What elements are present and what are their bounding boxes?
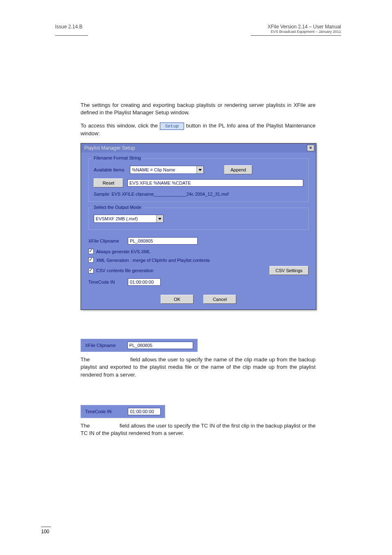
header-right-sub: EVS Broadcast Equipment – January 2011 (267, 30, 341, 34)
csv-settings-button[interactable]: CSV Settings (270, 266, 309, 275)
available-items-select[interactable]: %NAME = Clip Name (130, 166, 204, 174)
header-left: Issue 2.14.B (55, 24, 83, 30)
available-items-label: Available Items (94, 167, 126, 172)
sample-text: Sample: EVS XFILE clipname_____________2… (94, 192, 303, 197)
page-header: Issue 2.14.B XFile Version 2.14 – User M… (55, 24, 341, 34)
filename-format-legend: Filename Format String (92, 155, 143, 160)
xfile-clipname-input[interactable] (128, 237, 198, 245)
always-generate-evsxml-checkbox[interactable] (88, 249, 94, 254)
intro-p2a: To access this window, click the (81, 123, 160, 129)
timecode-in-panel: TimeCode IN (81, 405, 165, 418)
chevron-down-icon[interactable] (196, 166, 203, 173)
chevron-down-icon[interactable] (156, 215, 163, 222)
csv-contents-label: CSV contents file generation (96, 268, 153, 273)
output-mode-select[interactable]: EVSMXF 2MB (.mxf) (94, 215, 164, 223)
dialog-titlebar: Playlist Manager Setup × (81, 143, 316, 153)
close-icon[interactable]: × (307, 145, 314, 151)
xml-generation-merge-label: XML Generation : merge of ClipInfo and P… (96, 258, 210, 263)
append-button[interactable]: Append (224, 165, 252, 174)
xfile-clipname-panel-label: XFile Clipname (85, 343, 116, 348)
cancel-button[interactable]: Cancel (203, 295, 236, 304)
timecode-in-panel-label: TimeCode IN (85, 409, 111, 414)
csv-contents-checkbox[interactable] (88, 268, 94, 273)
playlist-manager-setup-dialog: Playlist Manager Setup × Filename Format… (81, 143, 316, 310)
always-generate-evsxml-label: Always generate EVS.XML (96, 249, 150, 254)
output-mode-legend: Select the Output Mode (92, 205, 143, 210)
xfile-clipname-description: The field allows the user to specify the… (81, 356, 316, 379)
ok-button[interactable]: OK (161, 295, 194, 304)
page-number: 100 (41, 529, 49, 534)
dialog-title: Playlist Manager Setup (84, 145, 135, 151)
xfile-clipname-panel-input[interactable] (127, 342, 193, 349)
filename-format-group: Filename Format String Available Items %… (88, 158, 309, 202)
setup-button-chip: Setup (160, 123, 184, 130)
format-string-input[interactable] (127, 179, 303, 187)
intro-paragraph-2: To access this window, click the Setup b… (81, 122, 316, 137)
output-mode-select-text: EVSMXF 2MB (.mxf) (96, 216, 138, 221)
xfile-clipname-panel: XFile Clipname (81, 339, 198, 352)
timecode-in-panel-input[interactable] (128, 408, 161, 415)
timecode-in-input[interactable] (128, 278, 161, 286)
timecode-in-label: TimeCode IN (88, 280, 124, 284)
intro-paragraph-1: The settings for creating and exporting … (81, 102, 316, 116)
header-right-title: XFile Version 2.14 – User Manual (267, 24, 341, 30)
xfile-clipname-label: XFile Clipname (88, 238, 124, 243)
timecode-in-description: The field allows the user to specify the… (81, 422, 316, 437)
available-items-select-text: %NAME = Clip Name (132, 167, 175, 172)
reset-button[interactable]: Reset (94, 178, 123, 187)
xml-generation-merge-checkbox[interactable] (88, 257, 94, 263)
output-mode-group: Select the Output Mode EVSMXF 2MB (.mxf) (88, 208, 309, 230)
